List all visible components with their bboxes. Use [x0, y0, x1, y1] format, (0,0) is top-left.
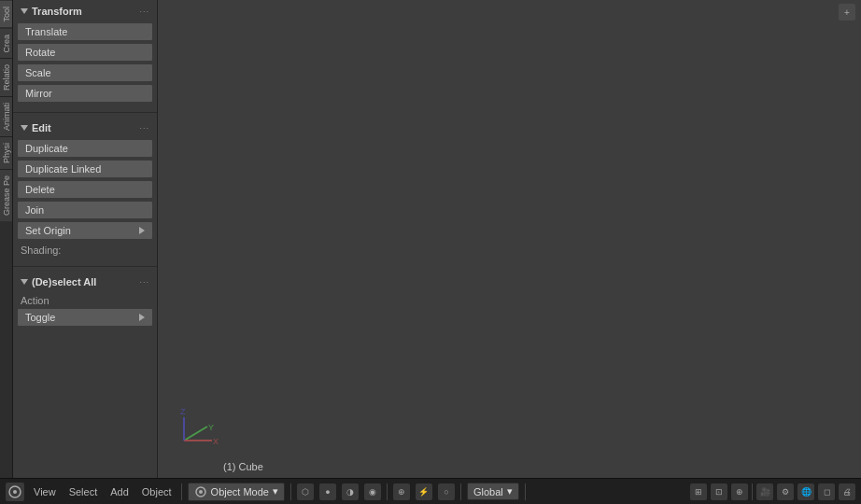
left-panel: Transform ··· Translate Rotate Scale Mir… — [13, 0, 158, 478]
svg-text:Z: Z — [180, 407, 186, 416]
vtab-tool[interactable]: Tool — [0, 0, 12, 28]
deselect-title: (De)select All — [21, 276, 96, 287]
object-menu[interactable]: Object — [138, 486, 176, 497]
transform-header[interactable]: Transform ··· — [17, 4, 153, 19]
divider-1 — [13, 112, 157, 113]
edit-title: Edit — [21, 122, 51, 133]
vtab-animation[interactable]: Animati — [0, 96, 12, 136]
viewport[interactable]: User Persp — [158, 0, 861, 478]
toggle-dropdown-arrow-icon — [139, 314, 145, 321]
action-label: Action — [17, 293, 153, 308]
deselect-section: (De)select All ··· Action Toggle — [13, 271, 157, 330]
mode-icon — [194, 485, 207, 498]
material-btn[interactable]: ◑ — [342, 483, 359, 500]
svg-point-62 — [13, 490, 17, 494]
deselect-dots: ··· — [139, 277, 149, 287]
scale-button[interactable]: Scale — [17, 63, 153, 82]
pivot-btn[interactable]: ⊕ — [393, 483, 410, 500]
translate-button[interactable]: Translate — [17, 22, 153, 41]
separator-2 — [290, 483, 291, 500]
global-dropdown[interactable]: Global ▾ — [467, 483, 519, 500]
object-info: (1) Cube — [223, 461, 263, 472]
transform-section: Transform ··· Translate Rotate Scale Mir… — [13, 0, 157, 108]
blender-icon[interactable] — [6, 483, 24, 501]
overlay-btn[interactable]: ⊡ — [711, 483, 727, 500]
shading-label: Shading: — [17, 242, 153, 259]
divider-2 — [13, 266, 157, 267]
duplicate-linked-button[interactable]: Duplicate Linked — [17, 160, 153, 178]
delete-button[interactable]: Delete — [17, 180, 153, 199]
output-btn[interactable]: 🖨 — [839, 483, 855, 500]
proportional-btn[interactable]: ○ — [438, 483, 455, 500]
set-origin-arrow-icon — [139, 227, 145, 234]
render-btn[interactable]: ◉ — [364, 483, 381, 500]
global-dropdown-arrow: ▾ — [507, 485, 513, 497]
status-bar: View Select Add Object Object Mode ▾ ⬡ ●… — [0, 478, 861, 504]
snap-btn[interactable]: ⚡ — [416, 483, 432, 500]
deselect-collapse-icon — [21, 279, 28, 285]
view-menu[interactable]: View — [30, 486, 60, 497]
grid-canvas — [158, 0, 438, 140]
scene-btn[interactable]: ⚙ — [777, 483, 794, 500]
world-btn[interactable]: 🌐 — [797, 483, 814, 500]
transform-dots: ··· — [139, 7, 149, 16]
wireframe-btn[interactable]: ⬡ — [297, 483, 314, 500]
axis-indicator: Y X Z — [175, 403, 221, 450]
separator-4 — [460, 483, 461, 500]
rotate-button[interactable]: Rotate — [17, 43, 153, 62]
edit-dots: ··· — [139, 123, 149, 133]
svg-point-64 — [199, 490, 203, 494]
separator-1 — [181, 483, 182, 500]
svg-text:Y: Y — [208, 423, 214, 432]
transform-collapse-icon — [21, 8, 28, 14]
set-origin-button[interactable]: Set Origin — [17, 221, 153, 240]
separator-5 — [525, 483, 526, 500]
edit-header[interactable]: Edit ··· — [17, 120, 153, 135]
duplicate-button[interactable]: Duplicate — [17, 139, 153, 158]
grid-overlay-btn[interactable]: ⊞ — [690, 483, 707, 500]
app-container: Tool Crea Relatio Animati Physi Grease P… — [0, 0, 861, 504]
toggle-dropdown[interactable]: Toggle — [17, 308, 153, 327]
svg-rect-0 — [158, 0, 438, 140]
deselect-header[interactable]: (De)select All ··· — [17, 274, 153, 289]
select-menu[interactable]: Select — [65, 486, 102, 497]
svg-text:X: X — [213, 437, 219, 446]
edit-section: Edit ··· Duplicate Duplicate Linked Dele… — [13, 117, 157, 262]
vertical-tabs: Tool Crea Relatio Animati Physi Grease P… — [0, 0, 13, 478]
vtab-physics[interactable]: Physi — [0, 136, 12, 169]
object-props-btn[interactable]: ◻ — [818, 483, 835, 500]
render-settings-btn[interactable]: 🎥 — [756, 483, 773, 500]
join-button[interactable]: Join — [17, 201, 153, 219]
vtab-grease-pencil[interactable]: Grease Pe — [0, 169, 12, 221]
status-right: ⊞ ⊡ ⊕ 🎥 ⚙ 🌐 ◻ 🖨 — [690, 483, 855, 500]
mode-dropdown-arrow: ▾ — [273, 485, 278, 497]
add-menu[interactable]: Add — [106, 486, 133, 497]
separator-3 — [387, 483, 388, 500]
solid-btn[interactable]: ● — [319, 483, 336, 500]
vtab-create[interactable]: Crea — [0, 28, 12, 59]
edit-collapse-icon — [21, 125, 28, 131]
viewport-menu-button[interactable]: + — [839, 4, 855, 21]
transform-title: Transform — [21, 6, 82, 17]
svg-line-55 — [184, 427, 207, 441]
mode-dropdown[interactable]: Object Mode ▾ — [188, 483, 285, 501]
mirror-button[interactable]: Mirror — [17, 84, 153, 103]
vtab-relations[interactable]: Relatio — [0, 58, 12, 96]
main-area: Tool Crea Relatio Animati Physi Grease P… — [0, 0, 861, 478]
gizmo-btn[interactable]: ⊕ — [731, 483, 748, 500]
separator-6 — [752, 483, 753, 500]
